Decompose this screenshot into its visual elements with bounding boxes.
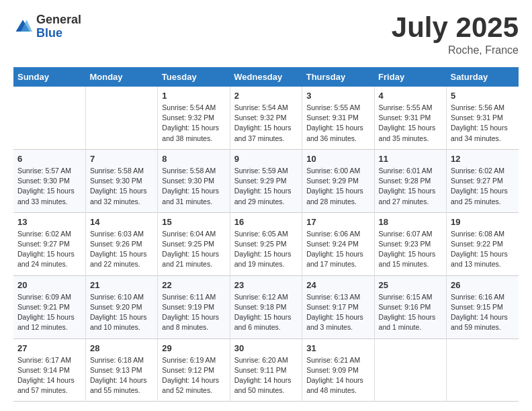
calendar-cell: 18Sunrise: 6:07 AMSunset: 9:23 PMDayligh… — [374, 212, 446, 275]
calendar-cell: 12Sunrise: 6:02 AMSunset: 9:27 PMDayligh… — [447, 149, 519, 212]
day-info: Sunrise: 6:21 AMSunset: 9:09 PMDaylight:… — [306, 355, 369, 396]
calendar-cell: 26Sunrise: 6:16 AMSunset: 9:15 PMDayligh… — [447, 275, 519, 338]
day-number: 1 — [162, 91, 225, 101]
calendar-cell: 1Sunrise: 5:54 AMSunset: 9:32 PMDaylight… — [158, 87, 230, 149]
day-number: 30 — [234, 343, 298, 353]
calendar-cell: 4Sunrise: 5:55 AMSunset: 9:31 PMDaylight… — [374, 87, 446, 149]
calendar-cell: 27Sunrise: 6:17 AMSunset: 9:14 PMDayligh… — [13, 338, 85, 402]
day-number: 11 — [379, 154, 442, 164]
day-header-wednesday: Wednesday — [230, 67, 302, 87]
month-title: July 2025 — [392, 13, 519, 42]
day-info: Sunrise: 6:03 AMSunset: 9:26 PMDaylight:… — [90, 229, 153, 270]
day-info: Sunrise: 6:00 AMSunset: 9:29 PMDaylight:… — [306, 166, 369, 207]
week-row-5: 27Sunrise: 6:17 AMSunset: 9:14 PMDayligh… — [13, 338, 519, 402]
day-info: Sunrise: 6:20 AMSunset: 9:11 PMDaylight:… — [234, 355, 298, 396]
day-number: 21 — [90, 280, 153, 290]
calendar-cell: 14Sunrise: 6:03 AMSunset: 9:26 PMDayligh… — [85, 212, 157, 275]
logo-icon — [13, 17, 32, 36]
day-header-saturday: Saturday — [447, 67, 519, 87]
day-info: Sunrise: 6:09 AMSunset: 9:21 PMDaylight:… — [17, 292, 81, 333]
day-info: Sunrise: 6:02 AMSunset: 9:27 PMDaylight:… — [17, 229, 81, 270]
calendar-cell: 20Sunrise: 6:09 AMSunset: 9:21 PMDayligh… — [13, 275, 85, 338]
calendar-cell: 13Sunrise: 6:02 AMSunset: 9:27 PMDayligh… — [13, 212, 85, 275]
day-info: Sunrise: 5:55 AMSunset: 9:31 PMDaylight:… — [306, 103, 369, 144]
week-row-2: 6Sunrise: 5:57 AMSunset: 9:30 PMDaylight… — [13, 149, 519, 212]
day-header-monday: Monday — [85, 67, 157, 87]
day-number: 17 — [306, 217, 369, 227]
calendar-cell: 17Sunrise: 6:06 AMSunset: 9:24 PMDayligh… — [302, 212, 374, 275]
calendar-cell: 29Sunrise: 6:19 AMSunset: 9:12 PMDayligh… — [158, 338, 230, 402]
week-row-1: 1Sunrise: 5:54 AMSunset: 9:32 PMDaylight… — [13, 87, 519, 149]
logo-text: General Blue — [36, 13, 81, 40]
calendar-cell: 24Sunrise: 6:13 AMSunset: 9:17 PMDayligh… — [302, 275, 374, 338]
day-info: Sunrise: 6:05 AMSunset: 9:25 PMDaylight:… — [234, 229, 298, 270]
day-info: Sunrise: 6:04 AMSunset: 9:25 PMDaylight:… — [162, 229, 225, 270]
calendar-cell: 28Sunrise: 6:18 AMSunset: 9:13 PMDayligh… — [85, 338, 157, 402]
day-number: 26 — [451, 280, 515, 290]
calendar-cell: 8Sunrise: 5:58 AMSunset: 9:30 PMDaylight… — [158, 149, 230, 212]
day-header-friday: Friday — [374, 67, 446, 87]
calendar-cell: 30Sunrise: 6:20 AMSunset: 9:11 PMDayligh… — [230, 338, 302, 402]
day-info: Sunrise: 6:11 AMSunset: 9:19 PMDaylight:… — [162, 292, 225, 333]
page-header: General Blue July 2025 Roche, France — [13, 13, 519, 56]
day-number: 19 — [451, 217, 515, 227]
day-number: 23 — [234, 280, 298, 290]
day-info: Sunrise: 5:54 AMSunset: 9:32 PMDaylight:… — [234, 103, 298, 144]
day-number: 2 — [234, 91, 298, 101]
logo-blue: Blue — [36, 27, 81, 40]
day-number: 16 — [234, 217, 298, 227]
calendar-cell: 10Sunrise: 6:00 AMSunset: 9:29 PMDayligh… — [302, 149, 374, 212]
day-info: Sunrise: 6:10 AMSunset: 9:20 PMDaylight:… — [90, 292, 153, 333]
logo: General Blue — [13, 13, 81, 40]
logo-general: General — [36, 13, 81, 27]
day-info: Sunrise: 6:07 AMSunset: 9:23 PMDaylight:… — [379, 229, 442, 270]
day-info: Sunrise: 6:01 AMSunset: 9:28 PMDaylight:… — [379, 166, 442, 207]
day-info: Sunrise: 6:17 AMSunset: 9:14 PMDaylight:… — [17, 355, 81, 396]
day-number: 12 — [451, 154, 515, 164]
calendar-cell: 9Sunrise: 5:59 AMSunset: 9:29 PMDaylight… — [230, 149, 302, 212]
day-number: 18 — [379, 217, 442, 227]
calendar-cell: 19Sunrise: 6:08 AMSunset: 9:22 PMDayligh… — [447, 212, 519, 275]
calendar-cell: 31Sunrise: 6:21 AMSunset: 9:09 PMDayligh… — [302, 338, 374, 402]
calendar-cell: 16Sunrise: 6:05 AMSunset: 9:25 PMDayligh… — [230, 212, 302, 275]
calendar-cell — [13, 87, 85, 149]
day-number: 10 — [306, 154, 369, 164]
day-number: 13 — [17, 217, 81, 227]
calendar-cell — [447, 338, 519, 402]
calendar-cell: 11Sunrise: 6:01 AMSunset: 9:28 PMDayligh… — [374, 149, 446, 212]
title-block: July 2025 Roche, France — [392, 13, 519, 56]
day-info: Sunrise: 6:15 AMSunset: 9:16 PMDaylight:… — [379, 292, 442, 333]
calendar-cell — [374, 338, 446, 402]
day-info: Sunrise: 5:59 AMSunset: 9:29 PMDaylight:… — [234, 166, 298, 207]
day-number: 20 — [17, 280, 81, 290]
day-info: Sunrise: 6:19 AMSunset: 9:12 PMDaylight:… — [162, 355, 225, 396]
calendar-header-row: SundayMondayTuesdayWednesdayThursdayFrid… — [13, 67, 519, 87]
location-subtitle: Roche, France — [392, 44, 519, 56]
calendar-cell: 3Sunrise: 5:55 AMSunset: 9:31 PMDaylight… — [302, 87, 374, 149]
calendar-table: SundayMondayTuesdayWednesdayThursdayFrid… — [13, 67, 519, 402]
day-number: 27 — [17, 343, 81, 353]
calendar-cell: 7Sunrise: 5:58 AMSunset: 9:30 PMDaylight… — [85, 149, 157, 212]
day-header-thursday: Thursday — [302, 67, 374, 87]
week-row-3: 13Sunrise: 6:02 AMSunset: 9:27 PMDayligh… — [13, 212, 519, 275]
day-number: 25 — [379, 280, 442, 290]
day-number: 29 — [162, 343, 225, 353]
day-info: Sunrise: 5:58 AMSunset: 9:30 PMDaylight:… — [90, 166, 153, 207]
day-number: 9 — [234, 154, 298, 164]
day-number: 31 — [306, 343, 369, 353]
calendar-cell — [85, 87, 157, 149]
calendar-cell: 5Sunrise: 5:56 AMSunset: 9:31 PMDaylight… — [447, 87, 519, 149]
day-header-sunday: Sunday — [13, 67, 85, 87]
day-info: Sunrise: 5:58 AMSunset: 9:30 PMDaylight:… — [162, 166, 225, 207]
day-number: 22 — [162, 280, 225, 290]
calendar-cell: 6Sunrise: 5:57 AMSunset: 9:30 PMDaylight… — [13, 149, 85, 212]
week-row-4: 20Sunrise: 6:09 AMSunset: 9:21 PMDayligh… — [13, 275, 519, 338]
day-header-tuesday: Tuesday — [158, 67, 230, 87]
day-info: Sunrise: 5:57 AMSunset: 9:30 PMDaylight:… — [17, 166, 81, 207]
day-info: Sunrise: 6:16 AMSunset: 9:15 PMDaylight:… — [451, 292, 515, 333]
day-number: 8 — [162, 154, 225, 164]
day-number: 28 — [90, 343, 153, 353]
day-info: Sunrise: 6:08 AMSunset: 9:22 PMDaylight:… — [451, 229, 515, 270]
day-info: Sunrise: 5:55 AMSunset: 9:31 PMDaylight:… — [379, 103, 442, 144]
day-number: 15 — [162, 217, 225, 227]
